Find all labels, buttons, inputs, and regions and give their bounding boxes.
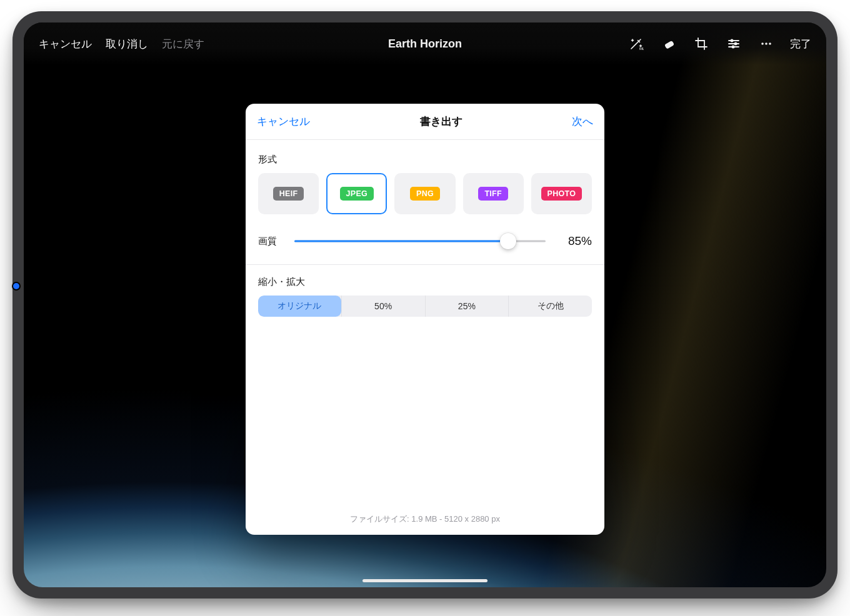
svg-point-7 bbox=[769, 42, 771, 45]
format-png-chip: PNG bbox=[410, 187, 440, 201]
format-tiff-chip: TIFF bbox=[478, 187, 508, 201]
more-icon[interactable] bbox=[758, 35, 775, 52]
cancel-button[interactable]: キャンセル bbox=[39, 37, 92, 51]
export-cancel-button[interactable]: キャンセル bbox=[257, 114, 310, 129]
format-jpeg-button[interactable]: JPEG bbox=[326, 173, 387, 214]
export-title: 書き出す bbox=[420, 114, 462, 129]
format-tiff-button[interactable]: TIFF bbox=[463, 173, 524, 214]
camera-indicator-icon bbox=[13, 283, 19, 289]
quality-label: 画質 bbox=[258, 236, 283, 247]
format-heif-chip: HEIF bbox=[273, 187, 304, 201]
svg-rect-1 bbox=[664, 41, 674, 49]
export-next-button[interactable]: 次へ bbox=[572, 114, 593, 129]
svg-point-4 bbox=[732, 46, 734, 47]
export-modal-header: キャンセル 書き出す 次へ bbox=[246, 104, 604, 140]
format-heif-button[interactable]: HEIF bbox=[258, 173, 319, 214]
format-label: 形式 bbox=[258, 154, 592, 166]
redo-button: 元に戻す bbox=[162, 37, 204, 51]
svg-point-5 bbox=[761, 42, 764, 45]
svg-point-2 bbox=[731, 39, 732, 41]
undo-button[interactable]: 取り消し bbox=[106, 37, 148, 51]
format-jpeg-chip: JPEG bbox=[340, 187, 374, 201]
scale-label: 縮小・拡大 bbox=[258, 276, 592, 288]
svg-text:ML: ML bbox=[639, 47, 644, 51]
screen: キャンセル 取り消し 元に戻す Earth Horizon ML bbox=[24, 22, 826, 587]
svg-point-3 bbox=[734, 42, 736, 44]
crop-icon[interactable] bbox=[692, 35, 710, 52]
scale-25-button[interactable]: 25% bbox=[425, 296, 509, 317]
scale-50-button[interactable]: 50% bbox=[341, 296, 425, 317]
file-info-text: ファイルサイズ: 1.9 MB - 5120 x 2880 px bbox=[246, 514, 604, 525]
eraser-icon[interactable] bbox=[660, 35, 678, 52]
ipad-device-frame: キャンセル 取り消し 元に戻す Earth Horizon ML bbox=[12, 11, 838, 599]
format-photo-button[interactable]: PHOTO bbox=[531, 173, 592, 214]
svg-point-6 bbox=[765, 42, 768, 45]
top-toolbar: キャンセル 取り消し 元に戻す Earth Horizon ML bbox=[24, 22, 826, 65]
done-button[interactable]: 完了 bbox=[790, 37, 811, 51]
adjustments-icon[interactable] bbox=[725, 35, 742, 52]
quality-slider[interactable] bbox=[294, 235, 546, 247]
format-row: HEIF JPEG PNG TIFF PHOTO bbox=[258, 173, 592, 214]
section-divider bbox=[246, 264, 604, 265]
export-modal: キャンセル 書き出す 次へ 形式 HEIF JPEG PNG TIFF PHOT… bbox=[246, 104, 604, 535]
document-title: Earth Horizon bbox=[388, 37, 462, 51]
format-photo-chip: PHOTO bbox=[541, 187, 582, 201]
scale-original-button[interactable]: オリジナル bbox=[258, 296, 341, 317]
format-png-button[interactable]: PNG bbox=[394, 173, 455, 214]
quality-value: 85% bbox=[557, 234, 592, 248]
magic-wand-icon[interactable]: ML bbox=[628, 35, 645, 52]
scale-segmented-control: オリジナル 50% 25% その他 bbox=[258, 296, 592, 317]
scale-other-button[interactable]: その他 bbox=[508, 296, 592, 317]
home-indicator[interactable] bbox=[362, 579, 488, 582]
